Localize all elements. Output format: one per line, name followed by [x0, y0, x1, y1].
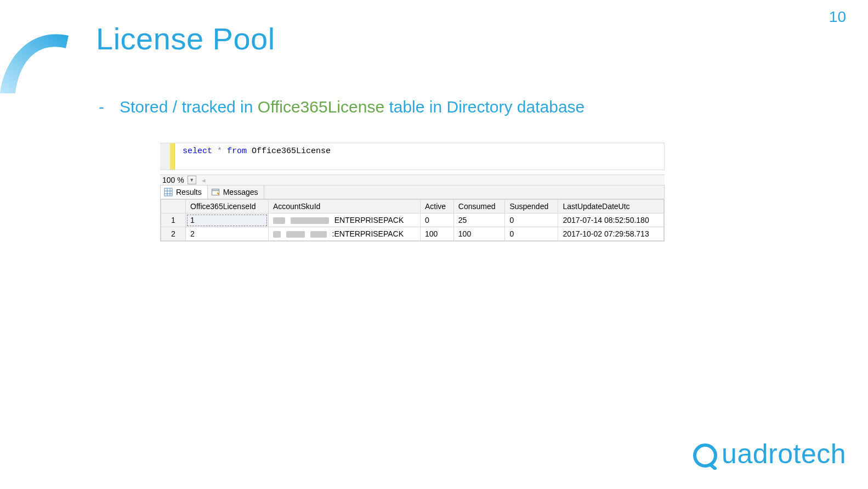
cell-active[interactable]: 100: [420, 227, 453, 241]
brand-text: uadrotech: [722, 438, 846, 470]
col-office365licenseid[interactable]: Office365LicenseId: [186, 200, 269, 213]
grid-icon: [164, 188, 173, 196]
ssms-panel: select * from Office365License 100 % ▼ ◂…: [160, 143, 665, 241]
zoom-dropdown[interactable]: ▼: [188, 176, 196, 184]
cell-suspended[interactable]: 0: [505, 227, 558, 241]
redacted-chip: [310, 231, 327, 238]
bullet-row: - Stored / tracked in Office365License t…: [99, 98, 585, 116]
kw-select: select: [183, 147, 212, 156]
tab-results[interactable]: Results: [161, 186, 208, 199]
query-text[interactable]: select * from Office365License: [183, 143, 664, 170]
bullet-pre: Stored / tracked in: [120, 98, 258, 116]
col-consumed[interactable]: Consumed: [453, 200, 505, 213]
table-row[interactable]: 2 2 :ENTERPRISEPACK 100 100 0 2017-10-02…: [161, 227, 664, 241]
table-header-row: Office365LicenseId AccountSkuId Active C…: [161, 200, 664, 213]
messages-icon: [211, 188, 220, 196]
results-tabs: Results Messages: [160, 186, 665, 199]
swoosh-graphic: [0, 16, 88, 93]
redacted-chip: [286, 231, 305, 238]
row-header[interactable]: 2: [161, 227, 186, 241]
col-accountskuid[interactable]: AccountSkuId: [268, 200, 420, 213]
kw-from: from: [227, 147, 247, 156]
query-gutter: [160, 143, 170, 170]
bullet-text: Stored / tracked in Office365License tab…: [120, 98, 585, 116]
zoom-row: 100 % ▼ ◂: [160, 175, 665, 186]
tab-messages[interactable]: Messages: [208, 186, 264, 199]
cell-active[interactable]: 0: [420, 213, 453, 227]
corner-cell: [161, 200, 186, 213]
bullet-dash: -: [99, 98, 104, 116]
cell-licenseid[interactable]: 2: [186, 227, 269, 241]
page-number: 10: [829, 8, 846, 26]
op-star: *: [212, 147, 227, 156]
cell-lastupdate[interactable]: 2017-07-14 08:52:50.180: [558, 213, 664, 227]
query-change-marker: [170, 143, 175, 170]
slide-title: License Pool: [96, 21, 275, 57]
results-grid-wrap: Office365LicenseId AccountSkuId Active C…: [160, 199, 665, 241]
cell-lastupdate[interactable]: 2017-10-02 07:29:58.713: [558, 227, 664, 241]
results-grid[interactable]: Office365LicenseId AccountSkuId Active C…: [161, 199, 664, 241]
svg-point-8: [695, 445, 716, 466]
cell-consumed[interactable]: 25: [453, 213, 505, 227]
table-row[interactable]: 1 1 ENTERPRISEPACK 0 25 0 2017-07-14 08:…: [161, 213, 664, 227]
redacted-chip: [291, 217, 329, 224]
redacted-chip: [273, 217, 285, 224]
svg-rect-6: [212, 189, 219, 191]
tab-messages-label: Messages: [223, 188, 258, 196]
cell-suspended[interactable]: 0: [505, 213, 558, 227]
cell-accountskuid-suffix: ENTERPRISEPACK: [334, 216, 404, 224]
tab-results-label: Results: [176, 188, 202, 196]
cell-accountskuid[interactable]: ENTERPRISEPACK: [268, 213, 420, 227]
bullet-em: Office365License: [258, 98, 384, 116]
cell-consumed[interactable]: 100: [453, 227, 505, 241]
brand-q-icon: [692, 441, 721, 470]
row-header[interactable]: 1: [161, 213, 186, 227]
cell-accountskuid[interactable]: :ENTERPRISEPACK: [268, 227, 420, 241]
bullet-post: table in Directory database: [384, 98, 585, 116]
cell-accountskuid-suffix: :ENTERPRISEPACK: [332, 229, 404, 238]
zoom-value[interactable]: 100 %: [161, 176, 185, 184]
brand-logo: uadrotech: [692, 438, 846, 470]
zoom-left-arrow-icon[interactable]: ◂: [198, 176, 206, 184]
obj-table: Office365License: [247, 147, 331, 156]
col-lastupdatedateutc[interactable]: LastUpdateDateUtc: [558, 200, 664, 213]
redacted-chip: [273, 231, 281, 238]
svg-rect-0: [164, 188, 172, 196]
col-active[interactable]: Active: [420, 200, 453, 213]
query-editor[interactable]: select * from Office365License: [160, 143, 665, 170]
cell-licenseid[interactable]: 1: [186, 213, 269, 227]
col-suspended[interactable]: Suspended: [505, 200, 558, 213]
